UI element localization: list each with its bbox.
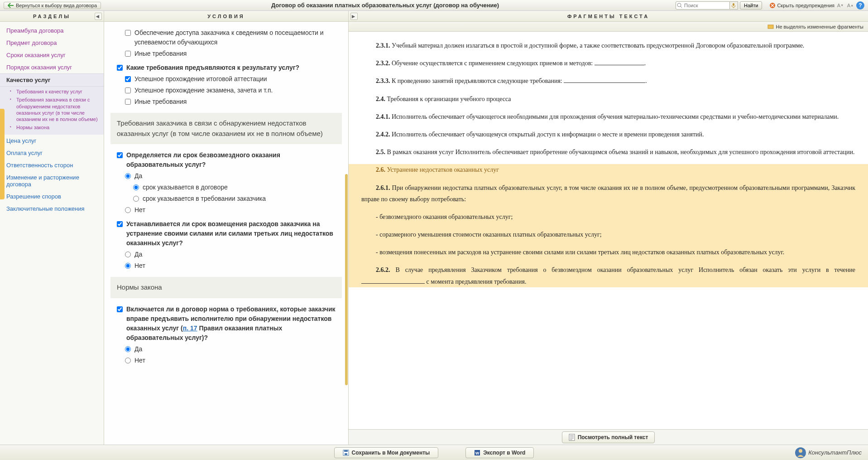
brand-logo: КонсультантПлюс <box>795 447 862 459</box>
nav-price[interactable]: Цена услуг <box>0 135 104 147</box>
toggle-highlight-button[interactable]: Не выделять измененные фрагменты <box>767 24 863 30</box>
cb-free-term-q[interactable] <box>117 152 123 158</box>
r-free-yes[interactable] <box>125 173 131 179</box>
r-in-contract[interactable] <box>133 184 139 190</box>
nav-sub-law[interactable]: Нормы закона <box>13 123 104 131</box>
cb-atest[interactable] <box>125 76 131 82</box>
side-tab-handle[interactable] <box>0 109 5 199</box>
conditions-scrollbar[interactable] <box>345 22 348 445</box>
r-free-no[interactable] <box>125 207 131 213</box>
nav-subject[interactable]: Предмет договора <box>0 37 104 49</box>
nav-sub-defects[interactable]: Требования заказчика в связи с обнаружен… <box>13 96 104 123</box>
nav-payment[interactable]: Оплата услуг <box>0 147 104 159</box>
export-word-button[interactable]: W Экспорт в Word <box>465 447 534 458</box>
find-button[interactable]: Найти <box>740 1 762 10</box>
page-title: Договор об оказании платных образователь… <box>101 2 669 9</box>
collapse-fragments-button[interactable]: ▶ <box>350 13 358 20</box>
cb-reimb-q[interactable] <box>117 221 123 227</box>
nav-change[interactable]: Изменение и расторжение договора <box>0 171 104 190</box>
help-button[interactable]: ? <box>856 1 864 10</box>
cb-access[interactable] <box>125 30 131 36</box>
svg-point-0 <box>677 3 681 7</box>
nav-disputes[interactable]: Разрешение споров <box>0 190 104 203</box>
back-label: Вернуться к выбору вида договора <box>16 3 97 8</box>
link-p17[interactable]: п. 17 <box>183 324 197 332</box>
r-reimb-no[interactable] <box>125 263 131 269</box>
fragments-header: ▶ ФРАГМЕНТЫ ТЕКСТА <box>349 11 868 22</box>
cb-other1[interactable] <box>125 51 131 57</box>
svg-rect-7 <box>345 453 347 455</box>
word-icon: W <box>474 450 480 456</box>
cb-norm-q[interactable] <box>117 306 123 312</box>
section-defects-header: Требования заказчика в связи с обнаружен… <box>110 113 342 144</box>
collapse-sidebar-button[interactable]: ◀ <box>95 13 102 20</box>
nav-sub-quality-req[interactable]: Требования к качеству услуг <box>13 87 104 96</box>
brand-icon <box>795 447 806 459</box>
sections-header: РАЗДЕЛЫ ◀ <box>0 11 104 22</box>
nav-preamble[interactable]: Преамбула договора <box>0 24 104 37</box>
r-reimb-yes[interactable] <box>125 252 131 257</box>
nav-quality[interactable]: Качество услуг <box>0 73 104 87</box>
warning-icon <box>769 2 776 9</box>
r-norm-no[interactable] <box>125 358 131 363</box>
highlight-icon <box>767 24 774 30</box>
view-full-text-button[interactable]: Посмотреть полный текст <box>562 431 655 443</box>
search-icon <box>676 2 683 9</box>
cb-exam[interactable] <box>125 87 131 93</box>
svg-rect-6 <box>344 450 348 452</box>
cb-other2[interactable] <box>125 99 131 105</box>
mic-icon <box>731 3 736 8</box>
search-input[interactable] <box>676 1 730 10</box>
cb-result-q[interactable] <box>117 65 123 71</box>
font-decrease-button[interactable]: A▼ <box>836 1 844 10</box>
back-button[interactable]: Вернуться к выбору вида договора <box>4 2 101 9</box>
save-button[interactable]: Сохранить в Мои документы <box>334 447 439 458</box>
save-icon <box>343 450 349 456</box>
arrow-left-icon <box>8 3 14 8</box>
conditions-header: УСЛОВИЯ <box>104 11 348 22</box>
nav-terms[interactable]: Сроки оказания услуг <box>0 49 104 61</box>
svg-rect-3 <box>768 25 773 29</box>
svg-point-11 <box>799 449 802 453</box>
document-icon <box>569 434 575 441</box>
r-in-demand[interactable] <box>133 196 139 202</box>
nav-final[interactable]: Заключительные положения <box>0 203 104 215</box>
font-increase-button[interactable]: A▲ <box>846 1 854 10</box>
r-norm-yes[interactable] <box>125 346 131 352</box>
hide-warnings-button[interactable]: Скрыть предупреждения <box>769 2 834 9</box>
nav-order[interactable]: Порядок оказания услуг <box>0 61 104 73</box>
nav-liability[interactable]: Ответственность сторон <box>0 159 104 171</box>
section-law-header: Нормы закона <box>110 277 342 298</box>
mic-button[interactable] <box>730 1 738 10</box>
svg-text:W: W <box>475 451 480 455</box>
svg-rect-1 <box>733 3 734 6</box>
